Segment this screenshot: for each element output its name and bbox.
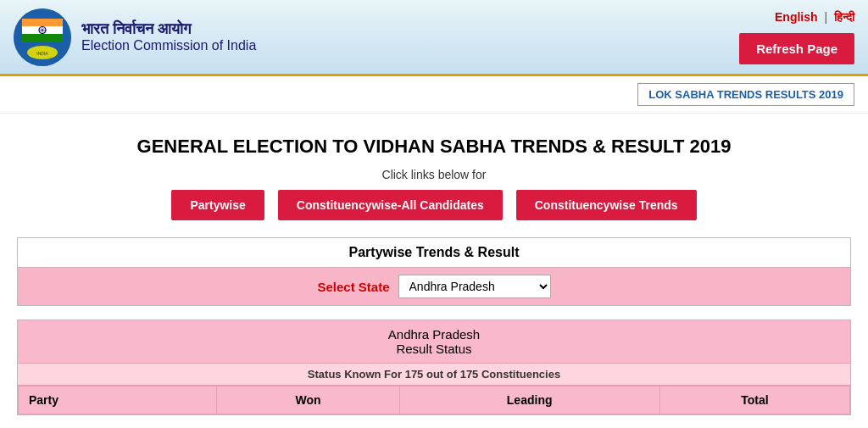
constituencywise-all-button[interactable]: Constituencywise-All Candidates (278, 190, 503, 220)
header-text: भारत निर्वाचन आयोग Election Commission o… (81, 20, 256, 53)
loksabha-bar: LOK SABHA TRENDS RESULTS 2019 (0, 76, 868, 114)
result-table: Party Won Leading Total (18, 386, 850, 414)
state-dropdown[interactable]: Andhra Pradesh Karnataka Maharashtra Tam… (398, 275, 551, 298)
english-lang-link[interactable]: English (775, 10, 818, 24)
col-party: Party (19, 386, 217, 414)
select-state-label: Select State (317, 280, 389, 294)
click-links-label: Click links below for (17, 168, 851, 181)
header-right: English | हिन्दी Refresh Page (739, 10, 854, 64)
col-total: Total (659, 386, 849, 414)
svg-text:INDIA: INDIA (36, 51, 48, 56)
header-hindi-title: भारत निर्वाचन आयोग (81, 20, 256, 38)
table-header-row: Party Won Leading Total (19, 386, 850, 414)
result-state-header: Andhra Pradesh Result Status (18, 320, 850, 363)
language-switcher: English | हिन्दी (775, 10, 854, 25)
result-box: Andhra Pradesh Result Status Status Know… (17, 320, 851, 415)
svg-rect-1 (22, 19, 63, 26)
page-title: GENERAL ELECTION TO VIDHAN SABHA TRENDS … (17, 136, 851, 158)
constituencywise-trends-button[interactable]: Constituencywise Trends (516, 190, 697, 220)
page-header: INDIA भारत निर्वाचन आयोग Election Commis… (0, 0, 868, 76)
result-status-bar: Status Known For 175 out of 175 Constitu… (18, 363, 850, 386)
result-status-label: Result Status (25, 342, 843, 356)
hindi-lang-link[interactable]: हिन्दी (834, 10, 854, 24)
partywise-button[interactable]: Partywise (171, 190, 264, 220)
refresh-page-button[interactable]: Refresh Page (739, 33, 854, 64)
state-select-row: Select State Andhra Pradesh Karnataka Ma… (18, 268, 850, 305)
result-state-name: Andhra Pradesh (25, 327, 843, 342)
svg-rect-3 (22, 34, 63, 42)
header-english-title: Election Commission of India (81, 38, 256, 53)
col-won: Won (217, 386, 399, 414)
eci-logo: INDIA (14, 8, 71, 66)
logo-svg: INDIA (14, 8, 71, 66)
action-buttons: Partywise Constituencywise-All Candidate… (17, 190, 851, 220)
main-content: GENERAL ELECTION TO VIDHAN SABHA TRENDS … (0, 114, 868, 428)
lang-divider: | (824, 10, 827, 24)
trends-box: Partywise Trends & Result Select State A… (17, 237, 851, 306)
loksabha-trends-link[interactable]: LOK SABHA TRENDS RESULTS 2019 (637, 83, 854, 106)
col-leading: Leading (399, 386, 659, 414)
trends-box-header: Partywise Trends & Result (18, 238, 850, 268)
header-left: INDIA भारत निर्वाचन आयोग Election Commis… (14, 8, 256, 66)
